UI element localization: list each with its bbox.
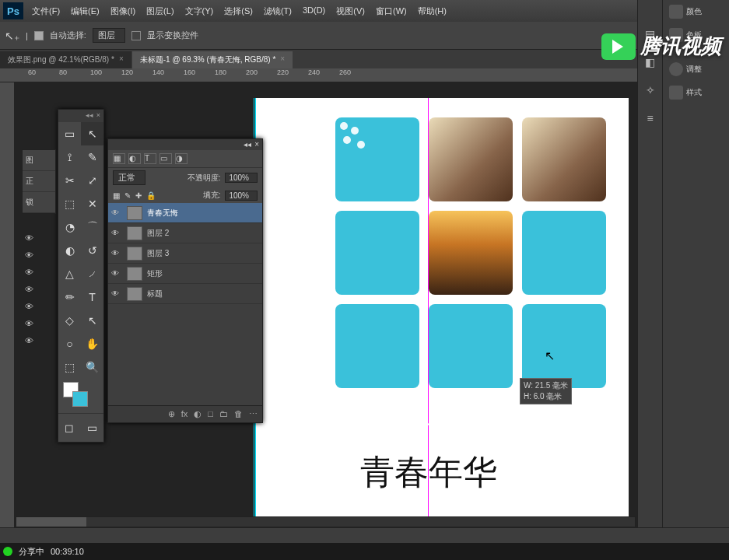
- tool-brush[interactable]: ✕: [81, 192, 103, 215]
- tool-zoom[interactable]: 🔍: [81, 355, 103, 379]
- title-text-layer[interactable]: 青春年华: [360, 450, 497, 495]
- link-icon[interactable]: ⊕: [168, 409, 175, 419]
- layer-row[interactable]: 👁青春无悔: [108, 203, 262, 223]
- visibility-icon[interactable]: 👁: [111, 229, 122, 237]
- grid-tile[interactable]: [522, 304, 606, 388]
- lock-icon[interactable]: ✚: [135, 191, 142, 200]
- blend-mode-dropdown[interactable]: 正常: [113, 170, 145, 185]
- close-icon[interactable]: ×: [96, 111, 100, 121]
- filter-icon[interactable]: ◐: [128, 153, 141, 164]
- tool-type[interactable]: T: [81, 285, 103, 309]
- visibility-icon[interactable]: 👁: [111, 208, 122, 217]
- tool-marquee[interactable]: ▭: [58, 122, 81, 145]
- menu-help[interactable]: 帮助(H): [412, 5, 452, 17]
- collapsed-panel-stack[interactable]: 图 正 锁: [22, 149, 56, 214]
- filter-kind-icon[interactable]: ▦: [113, 153, 125, 164]
- fill-input[interactable]: 100%: [225, 191, 258, 201]
- visibility-icon[interactable]: 👁: [25, 250, 40, 260]
- visibility-icon[interactable]: 👁: [111, 269, 122, 278]
- layer-row[interactable]: 👁图层 3: [108, 243, 262, 264]
- mask-icon[interactable]: ◐: [194, 409, 202, 419]
- visibility-icon[interactable]: 👁: [25, 319, 40, 328]
- tool-stamp[interactable]: ◔: [58, 215, 81, 239]
- grid-photo[interactable]: [429, 117, 513, 201]
- layer-row[interactable]: 👁图层 2: [108, 223, 262, 243]
- panel-tab[interactable]: 图: [23, 150, 55, 171]
- show-transform-checkbox[interactable]: [131, 31, 141, 40]
- visibility-icon[interactable]: 👁: [25, 268, 40, 277]
- menu-layer[interactable]: 图层(L): [141, 5, 179, 17]
- styles-panel-tab[interactable]: 样式: [663, 81, 729, 104]
- menu-type[interactable]: 文字(Y): [180, 5, 219, 17]
- visibility-icon[interactable]: 👁: [25, 285, 40, 294]
- grid-tile[interactable]: [335, 304, 419, 388]
- visibility-icon[interactable]: 👁: [111, 289, 122, 298]
- layer-thumb[interactable]: [127, 287, 142, 301]
- grid-tile[interactable]: [335, 211, 419, 295]
- menu-image[interactable]: 图像(I): [105, 5, 141, 17]
- grid-photo[interactable]: [429, 211, 513, 295]
- layer-row[interactable]: 👁标题: [108, 284, 262, 304]
- ruler-horizontal[interactable]: 60 80 100 120 140 160 180 200 220 240 26…: [0, 68, 729, 82]
- tab-effect[interactable]: 效果图.png @ 42.1%(RGB/8) *×: [0, 51, 131, 68]
- paragraph-icon[interactable]: ≡: [643, 112, 657, 126]
- grid-tile[interactable]: [429, 304, 513, 388]
- menu-filter[interactable]: 滤镜(T): [258, 5, 297, 17]
- visibility-icon[interactable]: 👁: [25, 233, 40, 243]
- opacity-input[interactable]: 100%: [225, 173, 258, 183]
- filter-icon[interactable]: ◑: [175, 153, 188, 164]
- menu-file[interactable]: 文件(F): [26, 5, 65, 17]
- layer-thumb[interactable]: [127, 226, 142, 240]
- visibility-icon[interactable]: 👁: [111, 249, 122, 257]
- tool-lasso[interactable]: ⟟: [58, 145, 81, 169]
- panel-tab[interactable]: 锁: [23, 192, 55, 213]
- layers-panel[interactable]: ◂◂× ▦ ◐ T ▭ ◑ 正常 不透明度: 100% ▦ ✎ ✚ 🔒 填充: …: [107, 138, 263, 423]
- tool-move[interactable]: ↖: [81, 122, 103, 145]
- visibility-icon[interactable]: 👁: [25, 302, 40, 311]
- character-icon[interactable]: ✧: [643, 84, 657, 98]
- new-layer-icon[interactable]: 🗑: [234, 409, 243, 419]
- collapse-icon[interactable]: ◂◂: [86, 111, 93, 121]
- tool-healing[interactable]: ⬚: [58, 192, 81, 215]
- delete-icon[interactable]: ⋯: [249, 409, 258, 419]
- tool-pen[interactable]: ✏: [58, 285, 81, 309]
- tool-blur[interactable]: △: [58, 262, 81, 285]
- menu-select[interactable]: 选择(S): [219, 5, 258, 17]
- close-icon[interactable]: ×: [254, 140, 259, 149]
- tool-direct-select[interactable]: ↖: [81, 309, 103, 332]
- dragging-text-layer[interactable]: 青春无悔: [426, 409, 538, 447]
- tool-history-brush[interactable]: ⌒: [81, 215, 103, 239]
- tool-shape[interactable]: ○: [58, 332, 81, 355]
- grid-tile[interactable]: [335, 117, 419, 201]
- filter-icon[interactable]: ▭: [159, 153, 172, 164]
- layer-thumb[interactable]: [127, 267, 142, 281]
- background-swatch[interactable]: [72, 391, 88, 407]
- horizontal-scrollbar[interactable]: [16, 516, 636, 527]
- lock-icon[interactable]: 🔒: [146, 191, 156, 200]
- screenmode-icon[interactable]: ▭: [87, 416, 97, 439]
- quickmask-icon[interactable]: ◻: [65, 416, 74, 439]
- group-icon[interactable]: 🗀: [219, 409, 228, 419]
- tool-path[interactable]: ◇: [58, 309, 81, 332]
- menu-window[interactable]: 窗口(W): [370, 5, 412, 17]
- layer-thumb[interactable]: [127, 206, 142, 220]
- collapse-icon[interactable]: ◂◂: [244, 140, 251, 149]
- tool-dodge[interactable]: ⟋: [81, 262, 103, 285]
- tool-eraser[interactable]: ◐: [58, 239, 81, 262]
- tool-eyedropper[interactable]: ⤢: [81, 169, 103, 192]
- auto-select-dropdown[interactable]: 图层: [93, 28, 125, 43]
- adjustment-icon[interactable]: □: [208, 409, 213, 419]
- color-panel-tab[interactable]: 颜色: [663, 0, 729, 23]
- panel-tab[interactable]: 正: [23, 171, 55, 192]
- fx-icon[interactable]: fx: [181, 409, 188, 419]
- tab-close-icon[interactable]: ×: [280, 54, 285, 65]
- tab-untitled[interactable]: 未标题-1 @ 69.3% (青春无悔, RGB/8) *×: [132, 51, 293, 68]
- lock-icon[interactable]: ▦: [113, 191, 120, 200]
- scrollbar-thumb[interactable]: [16, 517, 86, 527]
- visibility-icon[interactable]: 👁: [25, 336, 40, 345]
- tool-gradient[interactable]: ↺: [81, 239, 103, 262]
- grid-photo[interactable]: [522, 117, 606, 201]
- menu-view[interactable]: 视图(V): [331, 5, 370, 17]
- tab-close-icon[interactable]: ×: [119, 54, 124, 65]
- tools-panel[interactable]: ◂◂× ▭ ↖ ⟟ ✎ ✂ ⤢ ⬚ ✕ ◔ ⌒ ◐ ↺ △ ⟋ ✏ T ◇ ↖ …: [58, 109, 104, 443]
